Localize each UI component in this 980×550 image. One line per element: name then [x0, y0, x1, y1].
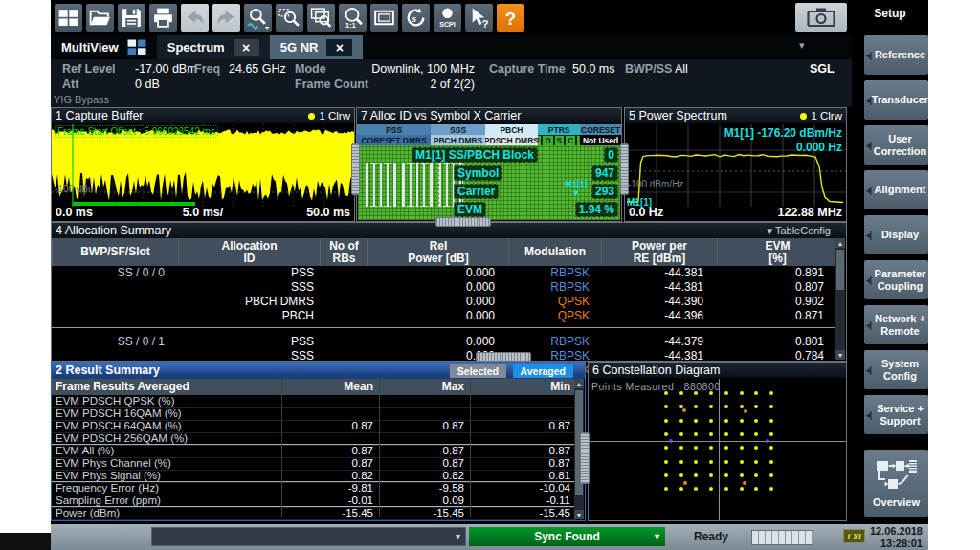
scroll-up-icon[interactable]: ▲: [835, 238, 845, 248]
capture-buffer-plot[interactable]: Frame Start Offset : 5.966023542 ms -100…: [52, 124, 354, 207]
softkey-network-remote[interactable]: Network + Remote: [864, 305, 928, 344]
tab-spectrum[interactable]: Spectrum: [157, 35, 270, 59]
display-frame-icon: [372, 6, 396, 30]
splitter-grip[interactable]: [435, 217, 491, 227]
constellation-point: [709, 460, 713, 464]
att-value[interactable]: 0 dB: [135, 77, 160, 91]
power-spectrum-plot[interactable]: M1[1] -176.20 dBm/Hz 0.000 Hz -100 dBm/H…: [625, 124, 846, 207]
softkey-system-config[interactable]: System Config: [864, 350, 928, 389]
overview-button[interactable]: Overview: [864, 450, 928, 517]
cell: -44.390: [601, 295, 717, 309]
zoom-mode-button[interactable]: [244, 4, 272, 32]
selected-button[interactable]: Selected: [450, 364, 506, 378]
help-icon: ?: [499, 6, 523, 30]
zoom-1to1-button[interactable]: 1:1: [339, 4, 367, 32]
column-header[interactable]: AllocationID: [178, 238, 320, 266]
save-button[interactable]: [118, 4, 145, 32]
scpi-recorder-button[interactable]: SCPI: [434, 4, 461, 32]
scrollbar-thumb[interactable]: [836, 250, 844, 290]
window-capture-buffer: 1 Capture Buffer 1 Clrw Frame Start Offs…: [51, 107, 355, 222]
status-message-dropdown[interactable]: ▾: [151, 527, 466, 546]
tab-overflow-icon[interactable]: ▾: [799, 39, 805, 52]
cell: 0.871: [717, 309, 837, 323]
column-header[interactable]: BWP/SF/Slot: [52, 238, 178, 266]
tab-5g-nr[interactable]: 5G NR: [270, 35, 364, 59]
softkey-transducer[interactable]: Transducer: [864, 80, 928, 120]
splitter-grip[interactable]: [351, 143, 360, 195]
undo-button[interactable]: [181, 4, 209, 32]
alloc-map-plot[interactable]: M1[1] SS/PBCH Block0Symbol947Carrier293E…: [358, 145, 620, 220]
splitter-grip[interactable]: [620, 143, 629, 195]
x-stop-label: 122.88 MHz: [778, 206, 842, 219]
column-header[interactable]: Mean: [281, 380, 379, 394]
display-frame-button[interactable]: [370, 4, 398, 32]
column-header[interactable]: Modulation: [508, 238, 601, 266]
table-config-button[interactable]: ▾ TableConfig: [768, 225, 831, 237]
softkey-parameter-coupling[interactable]: Parameter Coupling: [864, 260, 928, 299]
column-header[interactable]: Frame Results Averaged: [52, 380, 281, 394]
zoom-selection-button[interactable]: [276, 4, 303, 32]
yig-bypass-label: YIG Bypass: [54, 94, 109, 105]
scroll-down-icon[interactable]: ▼: [835, 350, 845, 360]
channel-tab-bar: MultiViewSpectrum5G NR: [51, 35, 852, 59]
print-button[interactable]: [149, 4, 177, 32]
constellation-point: [754, 419, 758, 423]
splitter-grip[interactable]: [580, 432, 590, 484]
cell: [470, 407, 576, 420]
open-file-button[interactable]: [86, 4, 114, 32]
alloc-map-title[interactable]: 7 Alloc ID vs Symbol X Carrier: [357, 108, 621, 123]
column-header[interactable]: RelPower [dB]: [368, 238, 508, 266]
mode-value[interactable]: Downlink, 100 MHz: [362, 62, 475, 76]
close-icon[interactable]: [234, 39, 259, 56]
capture-time-value[interactable]: 50.0 ms: [572, 62, 614, 76]
cell: 0.87: [470, 420, 576, 432]
progress-segment: [752, 531, 759, 544]
context-help-button[interactable]: ?: [465, 4, 493, 32]
constellation-point: [709, 487, 713, 491]
constellation-plot[interactable]: Points Measured : 880800: [589, 379, 846, 520]
constellation-title[interactable]: 6 Constellation Diagram: [589, 363, 846, 378]
scroll-down-icon[interactable]: ▼: [574, 510, 584, 519]
datetime-display[interactable]: 12.06.2018 13:28:01: [870, 525, 923, 549]
column-header[interactable]: Max: [379, 380, 470, 394]
softkey-service-support[interactable]: Service + Support: [864, 395, 928, 434]
splitter-grip[interactable]: [476, 352, 531, 362]
ref-level-value[interactable]: -17.00 dBm: [135, 62, 197, 76]
averaged-button[interactable]: Averaged: [513, 364, 573, 378]
windows-start-button[interactable]: [55, 4, 82, 32]
column-header[interactable]: No ofRBs: [320, 238, 368, 266]
close-icon[interactable]: [326, 39, 352, 56]
screenshot-button[interactable]: [795, 3, 847, 32]
multiple-zoom-button[interactable]: [307, 4, 335, 32]
constellation-point: [694, 391, 698, 395]
softkey-display[interactable]: Display: [864, 215, 928, 254]
constellation-point: [754, 446, 758, 450]
bwp-ss-value[interactable]: All: [675, 62, 688, 76]
column-header[interactable]: Power perRE [dBm]: [601, 238, 717, 266]
column-header[interactable]: Min: [470, 380, 576, 394]
tab-multiview[interactable]: MultiView: [51, 35, 157, 59]
softkey-alignment[interactable]: Alignment: [864, 170, 928, 209]
freq-value[interactable]: 24.65 GHz: [229, 62, 286, 76]
allocation-summary-scrollbar[interactable]: ▲ ▼: [835, 238, 845, 360]
column-divider: [281, 379, 282, 517]
marker-m1[interactable]: M1[1]▼: [565, 180, 588, 199]
frame-count-value[interactable]: 2 of 2(2): [362, 77, 475, 91]
constellation-point: [664, 487, 668, 491]
zoom-selection-icon: [278, 6, 301, 30]
constellation-point-highlight: [744, 409, 747, 413]
sync-status-indicator[interactable]: Sync Found▾: [469, 527, 665, 546]
redo-button[interactable]: [212, 4, 240, 32]
trace1-color-dot: [308, 113, 315, 120]
softkey-user-correction[interactable]: User Correction: [864, 125, 928, 165]
cell: 0.87: [379, 457, 470, 470]
cell: -44.396: [601, 309, 717, 323]
softkey-reference[interactable]: Reference: [864, 35, 928, 75]
sequencer-button[interactable]: s: [402, 4, 430, 32]
column-header[interactable]: EVM[%]: [717, 238, 837, 266]
chevron-down-icon: ▾: [655, 531, 659, 541]
scroll-up-icon[interactable]: ▲: [574, 379, 584, 388]
constellation-point: [709, 432, 713, 436]
progress-segment: [792, 531, 799, 544]
help-button[interactable]: ?: [497, 4, 524, 32]
